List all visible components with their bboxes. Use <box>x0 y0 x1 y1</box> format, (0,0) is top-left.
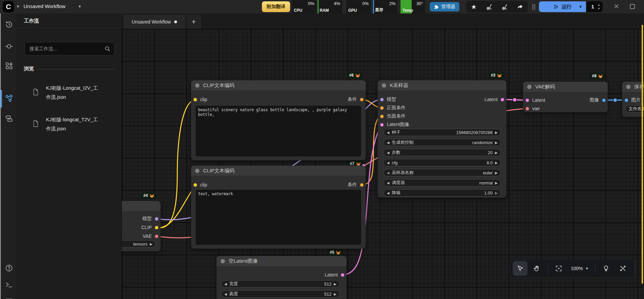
node-header[interactable]: 保存图像 <box>622 82 644 92</box>
ckpt-name-widget[interactable]: tensors ▶ <box>122 240 156 248</box>
run-button[interactable]: 运行 ▼ <box>539 1 586 12</box>
node-header[interactable]: CLIP文本编码 <box>191 166 366 176</box>
keyboard-shortcuts-icon[interactable] <box>5 297 13 299</box>
output-slot-conditioning[interactable]: 条件 <box>348 181 364 189</box>
graph-canvas[interactable]: Unsaved Workflow + #4 #6 #3 #8 #5 #7 <box>122 13 644 299</box>
widget-next-icon[interactable]: ▶ <box>495 131 498 134</box>
widget-prev-icon[interactable]: ◀ <box>224 282 227 286</box>
pan-tool-button[interactable] <box>530 261 544 276</box>
widget-prev-icon[interactable]: ◀ <box>387 171 389 175</box>
model-slot-dot[interactable] <box>380 98 384 101</box>
widget-next-icon[interactable]: ▶ <box>495 161 498 165</box>
denoise-widget[interactable]: ◀ 降噪 1.00 ▶ <box>383 189 501 197</box>
input-slot-clip[interactable]: clip <box>193 181 207 189</box>
node-header[interactable] <box>122 201 160 211</box>
model-library-rail-icon[interactable] <box>5 114 13 123</box>
toggle-theme-button[interactable] <box>599 261 613 276</box>
node-checkpoint-loader[interactable]: 模型 CLIP VAE tensors ▶ <box>122 201 160 251</box>
window-maximize-icon[interactable] <box>630 4 635 9</box>
vacuum-icon[interactable] <box>486 3 493 10</box>
group-border-edge[interactable] <box>642 25 643 284</box>
extra-translate-button[interactable]: 附加翻译 <box>262 1 290 12</box>
control-after-generate-widget[interactable]: ◀ 生成前控制 randomize ▶ <box>383 139 501 146</box>
logo-menu-chevron-icon[interactable]: ▼ <box>16 4 20 8</box>
conditioning-slot-dot[interactable] <box>380 115 384 118</box>
workflow-search-input[interactable] <box>25 42 114 55</box>
output-slot-vae[interactable]: VAE <box>143 232 158 240</box>
latent-slot-dot[interactable] <box>380 123 384 127</box>
input-slot-vae[interactable]: vae <box>525 104 540 113</box>
widget-next-icon[interactable]: ▶ <box>495 181 498 185</box>
conditioning-slot-dot[interactable] <box>380 106 384 110</box>
steps-widget[interactable]: ◀ 步数 20 ▶ <box>383 149 501 156</box>
conditioning-slot-dot[interactable] <box>360 98 364 101</box>
scheduler-widget[interactable]: ◀ 调度器 normal ▶ <box>383 179 501 186</box>
output-slot-conditioning[interactable]: 条件 <box>348 95 364 103</box>
output-slot-image[interactable]: 图像 <box>590 96 606 104</box>
widget-prev-icon[interactable]: ◀ <box>224 292 227 296</box>
input-slot-latent[interactable]: Latent <box>525 96 545 104</box>
toggle-links-button[interactable] <box>615 261 630 276</box>
widget-prev-icon[interactable]: ◀ <box>387 141 389 144</box>
output-slot-model[interactable]: 模型 <box>142 215 158 223</box>
help-icon[interactable] <box>5 264 13 272</box>
tab-unsaved-workflow[interactable]: Unsaved Workflow <box>124 15 185 29</box>
zoom-level-select[interactable]: 100% ▼ <box>568 266 592 271</box>
image-slot-dot[interactable] <box>625 98 628 102</box>
vacuum-icon-2[interactable] <box>501 3 508 10</box>
widget-prev-icon[interactable]: ◀ <box>387 191 389 195</box>
select-tool-button[interactable] <box>513 261 527 276</box>
comfyui-logo[interactable]: C <box>3 1 14 12</box>
fit-view-button[interactable] <box>551 261 566 276</box>
widget-next-icon[interactable]: ▶ <box>495 151 498 155</box>
widget-prev-icon[interactable]: ◀ <box>387 181 389 185</box>
window-close-icon[interactable]: ✕ <box>612 2 621 11</box>
workflow-file-item[interactable]: KJ初版-longcat_T2V_工作流.json <box>16 109 122 140</box>
workflows-rail-icon[interactable] <box>5 94 13 103</box>
output-slot-latent[interactable]: Latent <box>485 95 504 103</box>
conditioning-slot-dot[interactable] <box>360 183 364 187</box>
widget-next-icon[interactable]: ▶ <box>334 282 336 286</box>
node-vae-decode[interactable]: VAE解码 Latent vae 图像 <box>523 82 608 112</box>
widget-next-icon[interactable]: ▶ <box>495 141 498 144</box>
output-slot-clip[interactable]: CLIP <box>141 223 158 231</box>
node-header[interactable]: K采样器 <box>378 80 506 90</box>
batch-count-value[interactable]: 1 <box>591 4 594 9</box>
widget-prev-icon[interactable]: ◀ <box>387 151 389 155</box>
clip-slot-dot[interactable] <box>193 98 197 101</box>
node-header[interactable]: CLIP文本编码 <box>191 80 366 90</box>
node-clip-text-encode-positive[interactable]: CLIP文本编码 clip 条件 beautiful scenery natur… <box>191 80 366 160</box>
new-tab-button[interactable]: + <box>186 15 201 29</box>
node-header[interactable]: 空Latent图像 <box>217 256 347 266</box>
image-slot-dot[interactable] <box>602 98 606 102</box>
node-empty-latent-image[interactable]: 空Latent图像 Latent ◀ 宽度 512 ▶ ◀ 高度 512 ▶ <box>217 256 347 299</box>
clip-slot-dot[interactable] <box>155 226 158 229</box>
input-slot-clip[interactable]: clip <box>193 95 207 103</box>
widget-next-icon[interactable]: ▶ <box>150 242 152 246</box>
workflow-file-item[interactable]: KJ初版-Longcat_I2V_工作流.json <box>16 77 122 108</box>
vae-slot-dot[interactable] <box>525 107 529 111</box>
sampler-name-widget[interactable]: ◀ 采样器名称 euler ▶ <box>383 169 501 176</box>
manager-button[interactable]: 管理器 <box>430 2 459 11</box>
width-widget[interactable]: ◀ 宽度 512 ▶ <box>221 280 340 288</box>
clip-slot-dot[interactable] <box>193 183 197 187</box>
height-widget[interactable]: ◀ 高度 512 ▶ <box>221 290 340 298</box>
prompt-textarea[interactable]: beautiful scenery nature glass bottle la… <box>196 106 361 156</box>
templates-icon[interactable] <box>5 61 13 70</box>
filename-prefix-widget[interactable]: 文件名前缀 <box>625 105 644 113</box>
latent-slot-dot[interactable] <box>341 273 344 277</box>
output-slot-latent[interactable]: Latent <box>325 271 344 279</box>
input-slot-latent-image[interactable]: Latent图像 <box>380 121 409 129</box>
widget-prev-icon[interactable]: ◀ <box>387 161 389 165</box>
input-slot-image[interactable]: 图片 <box>625 96 641 104</box>
batch-increment-icon[interactable]: ▲ <box>597 3 600 6</box>
model-slot-dot[interactable] <box>155 217 158 221</box>
latent-slot-dot[interactable] <box>501 98 504 101</box>
run-options-chevron-icon[interactable]: ▼ <box>579 4 583 9</box>
prompt-textarea[interactable]: text, watermark <box>196 190 361 245</box>
star-icon[interactable]: ★ <box>470 3 477 10</box>
node-save-image[interactable]: 保存图像 图片 文件名前缀 <box>622 82 644 117</box>
share-arrow-icon[interactable] <box>516 3 524 10</box>
workflow-title-chevron-icon[interactable]: ▼ <box>78 4 82 8</box>
cfg-widget[interactable]: ◀ cfg 8.0 ▶ <box>383 159 501 166</box>
